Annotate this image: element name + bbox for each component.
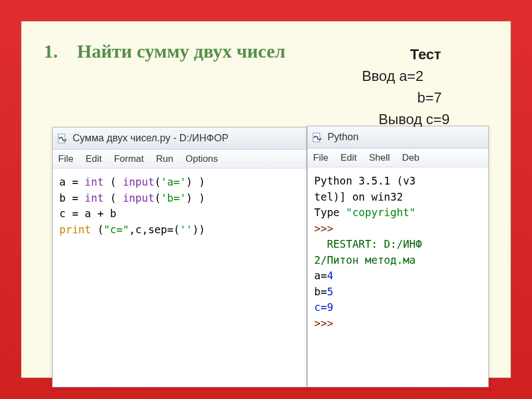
menu-options[interactable]: Options (186, 154, 218, 165)
menu-run[interactable]: Run (156, 154, 173, 165)
python-file-icon (312, 132, 323, 143)
test-line: Ввод a=2 (356, 65, 495, 87)
heading-number: 1. (44, 40, 77, 63)
heading-title: Найти сумму двух чисел (77, 40, 310, 63)
menu-debug[interactable]: Deb (402, 152, 420, 163)
code-keyword: int (85, 192, 104, 204)
test-title: Тест (356, 44, 495, 65)
out-path: 2/Питон метод.ма (314, 254, 416, 266)
code-text: ( (91, 223, 104, 236)
out-prompt: >>> (314, 222, 333, 234)
out-text: Type (314, 206, 346, 218)
menu-shell[interactable]: Shell (369, 152, 390, 163)
python-file-icon (57, 133, 68, 144)
code-text: b = (59, 192, 85, 204)
shell-window: Python File Edit Shell Deb Python 3.5.1 … (307, 126, 489, 387)
menu-edit[interactable]: Edit (340, 152, 356, 163)
menu-format[interactable]: Format (114, 154, 144, 165)
test-line: Вывод c=9 (356, 109, 495, 130)
editor-window: Сумма двух чисел.py - D:/ИНФОР File Edit… (52, 127, 307, 387)
code-text: ( (155, 176, 161, 188)
code-text: ( (104, 176, 122, 188)
out-num: 5 (327, 285, 333, 298)
code-text: ) ) (186, 176, 205, 188)
editor-title: Сумма двух чисел.py - D:/ИНФОР (73, 132, 228, 144)
shell-output[interactable]: Python 3.5.1 (v3 tel)] on win32 Type "co… (308, 167, 488, 336)
test-sidebar: Тест Ввод a=2 b=7 Вывод c=9 (356, 44, 495, 130)
out-string: "copyright" (346, 206, 416, 218)
windows-area: Сумма двух чисел.py - D:/ИНФОР File Edit… (52, 127, 480, 355)
out-result: c=9 (314, 301, 333, 313)
editor-menubar: File Edit Format Run Options (53, 150, 306, 168)
code-string: 'b=' (161, 192, 186, 204)
code-string: '' (180, 223, 192, 236)
code-string: "c=" (104, 223, 129, 236)
code-keyword: print (59, 223, 91, 236)
code-text: )) (192, 223, 205, 236)
out-text: b= (314, 285, 327, 298)
shell-menubar: File Edit Shell Deb (308, 149, 488, 167)
code-keyword: input (122, 192, 154, 204)
menu-edit[interactable]: Edit (85, 154, 101, 165)
out-text: tel)] on win32 (314, 191, 403, 203)
menu-file[interactable]: File (313, 152, 328, 163)
code-text: ( (104, 192, 122, 204)
code-keyword: int (85, 176, 104, 188)
code-text: ) ) (186, 192, 205, 204)
out-restart: RESTART: D:/ИНФ (314, 238, 422, 250)
code-string: 'a=' (161, 176, 186, 188)
code-text: a = (59, 176, 85, 188)
editor-titlebar[interactable]: Сумма двух чисел.py - D:/ИНФОР (53, 127, 306, 150)
code-text: ,c,sep=( (129, 223, 180, 236)
code-keyword: input (122, 176, 154, 188)
menu-file[interactable]: File (58, 154, 73, 165)
shell-title: Python (328, 131, 359, 143)
code-text: ( (155, 192, 161, 204)
test-line: b=7 (356, 87, 495, 109)
out-text: a= (314, 269, 327, 282)
slide-inner: 1. Найти сумму двух чисел Тест Ввод a=2 … (21, 21, 511, 378)
out-text: Python 3.5.1 (v3 (314, 175, 416, 187)
editor-code[interactable]: a = int ( input('a=') ) b = int ( input(… (53, 168, 306, 243)
out-num: 4 (327, 269, 333, 282)
code-text: c = a + b (59, 207, 116, 219)
out-prompt: >>> (314, 317, 333, 329)
slide: 1. Найти сумму двух чисел Тест Ввод a=2 … (0, 0, 532, 399)
